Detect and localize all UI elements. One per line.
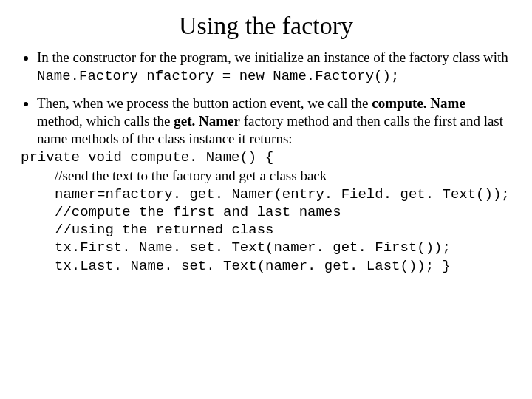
code-line-1: private void compute. Name() { [21,149,511,168]
bullet-2: Then, when we process the button action … [37,95,511,275]
slide: Using the factory In the constructor for… [0,0,532,275]
bullet-2-b: compute. Name [372,95,466,111]
bullet-1: In the constructor for the program, we i… [37,49,511,86]
slide-title: Using the factory [21,12,511,40]
bullet-2-c: method, which calls the [37,113,174,129]
code-line-6: tx.Last. Name. set. Text(namer. get. Las… [55,257,511,275]
bullet-list: In the constructor for the program, we i… [21,49,511,275]
code-line-5: tx.First. Name. set. Text(namer. get. Fi… [55,239,511,256]
bullet-2-a: Then, when we process the button action … [37,95,372,111]
code-line-2: namer=nfactory. get. Namer(entry. Field.… [55,185,511,203]
code-line-3: //compute the first and last names [55,203,511,221]
bullet-2-d: get. Namer [174,113,240,129]
bullet-1-code: Name.Factory nfactory = new Name.Factory… [37,68,399,84]
code-line-4: //using the returned class [55,221,511,239]
bullet-1-text: In the constructor for the program, we i… [37,50,508,65]
comment-line-1: //send the text to the factory and get a… [55,167,511,185]
